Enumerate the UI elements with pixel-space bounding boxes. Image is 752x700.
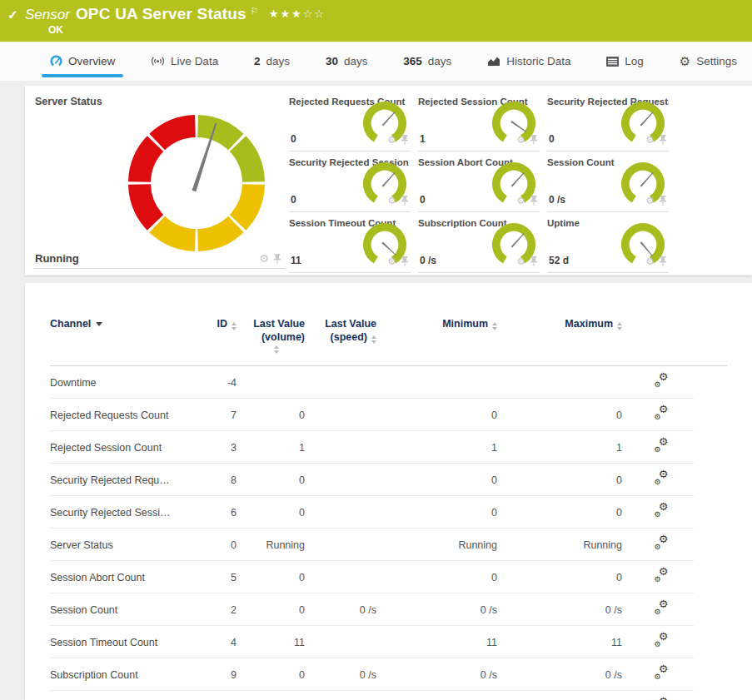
- flag-icon[interactable]: ⚐: [251, 6, 259, 17]
- gear-icon[interactable]: ⚙: [516, 196, 525, 206]
- log-icon: [606, 57, 619, 67]
- column-header-channel[interactable]: Channel: [50, 315, 193, 366]
- mini-gauge-value: 0: [291, 194, 296, 206]
- channels-panel: ChannelIDLast Value(volume)Last Value(sp…: [25, 283, 752, 700]
- main-gauge-title: Server Status: [33, 91, 285, 107]
- pin-icon[interactable]: [530, 256, 538, 266]
- column-label: Last Value: [325, 318, 376, 330]
- gear-icon[interactable]: ⚙: [387, 256, 396, 266]
- table-row: Session Timeout Count4111111⚙⚙: [50, 626, 727, 658]
- cell-last_volume: 0: [243, 593, 311, 626]
- cell-last_speed: [311, 529, 383, 561]
- pin-icon[interactable]: [401, 256, 409, 266]
- channel-name: Downtime: [50, 366, 193, 399]
- cell-last_volume: 52 d: [243, 691, 311, 700]
- channel-settings-icon[interactable]: ⚙⚙: [655, 504, 669, 518]
- cell-id: 9: [193, 658, 243, 691]
- pin-icon[interactable]: [530, 135, 538, 145]
- cell-maximum: [504, 366, 629, 399]
- pin-icon[interactable]: [401, 196, 409, 206]
- tab-30-days[interactable]: 30days: [317, 42, 376, 81]
- gauge-tile-session-count: Session Count0 /s⚙: [547, 151, 669, 212]
- gauge-tile-rejected-requests-count: Rejected Requests Count0⚙: [289, 91, 411, 151]
- column-label: Channel: [50, 318, 91, 330]
- tab-label: Log: [625, 55, 644, 67]
- priority-stars[interactable]: ★★★☆☆: [269, 7, 326, 20]
- cell-last_speed: [311, 399, 383, 431]
- cell-last_speed: 0 /s: [311, 593, 383, 626]
- table-row: Rejected Session Count3111⚙⚙: [50, 431, 727, 464]
- pin-icon[interactable]: [659, 135, 667, 145]
- gear-icon[interactable]: ⚙: [387, 196, 396, 206]
- cell-maximum: 52 d: [504, 691, 629, 700]
- tab-overview[interactable]: Overview: [42, 42, 123, 81]
- tab-live-data[interactable]: Live Data: [142, 42, 227, 81]
- pin-icon[interactable]: [401, 135, 409, 145]
- tab-label: days: [266, 55, 291, 67]
- channel-name: Session Count: [50, 593, 193, 626]
- gear-icon[interactable]: ⚙: [387, 135, 396, 145]
- channel-settings-icon[interactable]: ⚙⚙: [655, 537, 669, 550]
- cell-last_volume: 0: [243, 658, 311, 691]
- column-header-maximum[interactable]: Maximum: [504, 315, 629, 366]
- column-header-last_volume[interactable]: Last Value(volume): [243, 315, 311, 366]
- pin-icon[interactable]: [273, 254, 281, 264]
- pin-icon[interactable]: [659, 196, 667, 206]
- cell-maximum: 0: [504, 399, 629, 431]
- tab-historic-data[interactable]: Historic Data: [479, 42, 579, 81]
- gauges-panel: Server Status Running ⚙ Rejected Request…: [25, 86, 752, 276]
- tab-label: Historic Data: [506, 55, 570, 67]
- gear-icon[interactable]: ⚙: [645, 196, 655, 206]
- channel-settings-icon[interactable]: ⚙⚙: [655, 375, 669, 388]
- gear-icon[interactable]: ⚙: [516, 256, 525, 266]
- gear-icon[interactable]: ⚙: [516, 135, 525, 145]
- tab-2-days[interactable]: 2days: [246, 42, 298, 81]
- tab-settings[interactable]: ⚙Settings: [671, 42, 745, 81]
- gear-icon[interactable]: ⚙: [645, 135, 655, 145]
- cell-last_speed: 0 /s: [311, 658, 383, 691]
- cell-last_speed: [311, 464, 383, 496]
- table-row: Rejected Requests Count7000⚙⚙: [50, 399, 727, 431]
- pin-icon[interactable]: [659, 256, 667, 266]
- gauge-tile-server-status: Server Status Running ⚙: [33, 91, 285, 269]
- channel-settings-icon[interactable]: ⚙⚙: [655, 602, 669, 615]
- mini-gauge-value: 0 /s: [549, 194, 565, 206]
- tab-number: 2: [254, 55, 261, 67]
- gear-icon[interactable]: ⚙: [259, 253, 269, 264]
- cell-id: 0: [193, 529, 243, 561]
- sensor-kind-label: Sensor: [25, 7, 70, 23]
- channel-settings-icon[interactable]: ⚙⚙: [655, 439, 669, 453]
- cell-last_volume: 0: [243, 561, 311, 593]
- channel-settings-icon[interactable]: ⚙⚙: [655, 472, 669, 485]
- channel-name: Session Timeout Count: [50, 626, 193, 658]
- column-header-id[interactable]: ID: [193, 315, 243, 366]
- cell-last_speed: [311, 691, 383, 700]
- cell-id: 3: [193, 431, 243, 464]
- channel-settings-icon[interactable]: ⚙⚙: [655, 569, 669, 583]
- cell-id: -4: [193, 366, 243, 399]
- server-status-gauge: [127, 114, 266, 252]
- gauge-tile-security-rejected-session-co: Security Rejected Session Co…0⚙: [289, 151, 411, 212]
- cell-minimum: 11: [383, 626, 504, 658]
- column-header-minimum[interactable]: Minimum: [383, 315, 504, 366]
- cell-id: 7: [193, 399, 243, 431]
- cell-last_speed: [311, 366, 383, 399]
- table-row: Server Status0RunningRunningRunning⚙⚙: [50, 529, 727, 561]
- cell-last_volume: 1: [243, 431, 311, 464]
- tab-365-days[interactable]: 365days: [395, 42, 460, 81]
- tab-label: days: [428, 55, 452, 67]
- channel-settings-icon[interactable]: ⚙⚙: [655, 407, 669, 420]
- column-header-last_speed[interactable]: Last Value(speed): [311, 315, 383, 366]
- cell-maximum: 11: [504, 626, 629, 658]
- column-label: Minimum: [442, 318, 488, 330]
- channel-name: Security Rejected Requ…: [50, 464, 193, 496]
- mini-gauge-value: 0 /s: [420, 255, 436, 266]
- tab-log[interactable]: Log: [598, 42, 652, 81]
- table-row: Uptime152 d52 d52 d⚙⚙: [50, 691, 727, 700]
- channel-settings-icon[interactable]: ⚙⚙: [655, 667, 669, 680]
- pin-icon[interactable]: [530, 196, 538, 206]
- channel-settings-icon[interactable]: ⚙⚙: [655, 634, 669, 648]
- channel-table: ChannelIDLast Value(volume)Last Value(sp…: [50, 315, 727, 700]
- gauge-tile-uptime: Uptime52 d⚙: [547, 212, 669, 273]
- gear-icon[interactable]: ⚙: [645, 256, 655, 266]
